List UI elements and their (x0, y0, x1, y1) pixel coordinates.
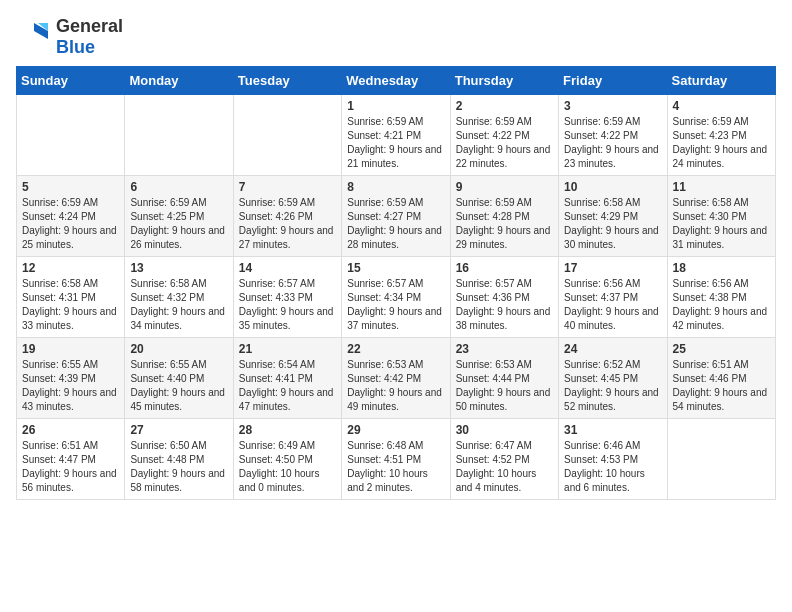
page-header: General Blue (16, 16, 776, 58)
day-number: 12 (22, 261, 119, 275)
logo-general: General (56, 16, 123, 36)
day-info: Sunrise: 6:54 AM Sunset: 4:41 PM Dayligh… (239, 358, 336, 414)
day-cell: 22Sunrise: 6:53 AM Sunset: 4:42 PM Dayli… (342, 338, 450, 419)
day-info: Sunrise: 6:55 AM Sunset: 4:40 PM Dayligh… (130, 358, 227, 414)
day-cell: 19Sunrise: 6:55 AM Sunset: 4:39 PM Dayli… (17, 338, 125, 419)
day-info: Sunrise: 6:59 AM Sunset: 4:27 PM Dayligh… (347, 196, 444, 252)
logo-icon (16, 19, 52, 55)
day-cell: 9Sunrise: 6:59 AM Sunset: 4:28 PM Daylig… (450, 176, 558, 257)
day-number: 16 (456, 261, 553, 275)
day-cell: 10Sunrise: 6:58 AM Sunset: 4:29 PM Dayli… (559, 176, 667, 257)
day-number: 2 (456, 99, 553, 113)
day-number: 3 (564, 99, 661, 113)
day-number: 14 (239, 261, 336, 275)
day-number: 1 (347, 99, 444, 113)
day-number: 28 (239, 423, 336, 437)
day-number: 29 (347, 423, 444, 437)
day-number: 17 (564, 261, 661, 275)
day-info: Sunrise: 6:57 AM Sunset: 4:33 PM Dayligh… (239, 277, 336, 333)
day-info: Sunrise: 6:55 AM Sunset: 4:39 PM Dayligh… (22, 358, 119, 414)
day-info: Sunrise: 6:57 AM Sunset: 4:34 PM Dayligh… (347, 277, 444, 333)
day-number: 11 (673, 180, 770, 194)
day-info: Sunrise: 6:58 AM Sunset: 4:30 PM Dayligh… (673, 196, 770, 252)
weekday-header-saturday: Saturday (667, 67, 775, 95)
day-number: 25 (673, 342, 770, 356)
day-cell: 20Sunrise: 6:55 AM Sunset: 4:40 PM Dayli… (125, 338, 233, 419)
day-number: 26 (22, 423, 119, 437)
day-cell: 27Sunrise: 6:50 AM Sunset: 4:48 PM Dayli… (125, 419, 233, 500)
day-info: Sunrise: 6:59 AM Sunset: 4:24 PM Dayligh… (22, 196, 119, 252)
day-number: 13 (130, 261, 227, 275)
day-cell: 4Sunrise: 6:59 AM Sunset: 4:23 PM Daylig… (667, 95, 775, 176)
day-info: Sunrise: 6:59 AM Sunset: 4:26 PM Dayligh… (239, 196, 336, 252)
day-cell (125, 95, 233, 176)
weekday-header-row: SundayMondayTuesdayWednesdayThursdayFrid… (17, 67, 776, 95)
day-number: 21 (239, 342, 336, 356)
day-cell: 3Sunrise: 6:59 AM Sunset: 4:22 PM Daylig… (559, 95, 667, 176)
week-row-3: 12Sunrise: 6:58 AM Sunset: 4:31 PM Dayli… (17, 257, 776, 338)
day-cell: 8Sunrise: 6:59 AM Sunset: 4:27 PM Daylig… (342, 176, 450, 257)
day-number: 19 (22, 342, 119, 356)
week-row-2: 5Sunrise: 6:59 AM Sunset: 4:24 PM Daylig… (17, 176, 776, 257)
day-cell: 11Sunrise: 6:58 AM Sunset: 4:30 PM Dayli… (667, 176, 775, 257)
calendar-table: SundayMondayTuesdayWednesdayThursdayFrid… (16, 66, 776, 500)
day-info: Sunrise: 6:58 AM Sunset: 4:31 PM Dayligh… (22, 277, 119, 333)
logo: General Blue (16, 16, 123, 58)
day-cell: 12Sunrise: 6:58 AM Sunset: 4:31 PM Dayli… (17, 257, 125, 338)
day-number: 27 (130, 423, 227, 437)
day-number: 18 (673, 261, 770, 275)
day-info: Sunrise: 6:56 AM Sunset: 4:37 PM Dayligh… (564, 277, 661, 333)
day-cell: 14Sunrise: 6:57 AM Sunset: 4:33 PM Dayli… (233, 257, 341, 338)
day-cell: 6Sunrise: 6:59 AM Sunset: 4:25 PM Daylig… (125, 176, 233, 257)
day-info: Sunrise: 6:59 AM Sunset: 4:22 PM Dayligh… (564, 115, 661, 171)
day-info: Sunrise: 6:51 AM Sunset: 4:46 PM Dayligh… (673, 358, 770, 414)
day-cell: 29Sunrise: 6:48 AM Sunset: 4:51 PM Dayli… (342, 419, 450, 500)
weekday-header-sunday: Sunday (17, 67, 125, 95)
day-info: Sunrise: 6:53 AM Sunset: 4:44 PM Dayligh… (456, 358, 553, 414)
day-cell: 30Sunrise: 6:47 AM Sunset: 4:52 PM Dayli… (450, 419, 558, 500)
day-cell: 13Sunrise: 6:58 AM Sunset: 4:32 PM Dayli… (125, 257, 233, 338)
day-cell: 26Sunrise: 6:51 AM Sunset: 4:47 PM Dayli… (17, 419, 125, 500)
day-cell: 5Sunrise: 6:59 AM Sunset: 4:24 PM Daylig… (17, 176, 125, 257)
day-number: 4 (673, 99, 770, 113)
day-number: 15 (347, 261, 444, 275)
day-cell: 24Sunrise: 6:52 AM Sunset: 4:45 PM Dayli… (559, 338, 667, 419)
day-info: Sunrise: 6:49 AM Sunset: 4:50 PM Dayligh… (239, 439, 336, 495)
day-number: 7 (239, 180, 336, 194)
weekday-header-tuesday: Tuesday (233, 67, 341, 95)
day-number: 31 (564, 423, 661, 437)
day-info: Sunrise: 6:59 AM Sunset: 4:22 PM Dayligh… (456, 115, 553, 171)
day-info: Sunrise: 6:59 AM Sunset: 4:25 PM Dayligh… (130, 196, 227, 252)
day-info: Sunrise: 6:56 AM Sunset: 4:38 PM Dayligh… (673, 277, 770, 333)
day-cell: 21Sunrise: 6:54 AM Sunset: 4:41 PM Dayli… (233, 338, 341, 419)
logo-blue: Blue (56, 37, 95, 57)
day-info: Sunrise: 6:48 AM Sunset: 4:51 PM Dayligh… (347, 439, 444, 495)
day-number: 20 (130, 342, 227, 356)
day-cell: 23Sunrise: 6:53 AM Sunset: 4:44 PM Dayli… (450, 338, 558, 419)
day-number: 8 (347, 180, 444, 194)
day-info: Sunrise: 6:58 AM Sunset: 4:29 PM Dayligh… (564, 196, 661, 252)
day-cell: 31Sunrise: 6:46 AM Sunset: 4:53 PM Dayli… (559, 419, 667, 500)
day-info: Sunrise: 6:52 AM Sunset: 4:45 PM Dayligh… (564, 358, 661, 414)
day-cell: 2Sunrise: 6:59 AM Sunset: 4:22 PM Daylig… (450, 95, 558, 176)
day-info: Sunrise: 6:57 AM Sunset: 4:36 PM Dayligh… (456, 277, 553, 333)
day-number: 24 (564, 342, 661, 356)
day-number: 30 (456, 423, 553, 437)
week-row-4: 19Sunrise: 6:55 AM Sunset: 4:39 PM Dayli… (17, 338, 776, 419)
week-row-1: 1Sunrise: 6:59 AM Sunset: 4:21 PM Daylig… (17, 95, 776, 176)
day-number: 5 (22, 180, 119, 194)
day-cell: 18Sunrise: 6:56 AM Sunset: 4:38 PM Dayli… (667, 257, 775, 338)
day-info: Sunrise: 6:59 AM Sunset: 4:21 PM Dayligh… (347, 115, 444, 171)
weekday-header-monday: Monday (125, 67, 233, 95)
day-number: 6 (130, 180, 227, 194)
day-info: Sunrise: 6:46 AM Sunset: 4:53 PM Dayligh… (564, 439, 661, 495)
day-number: 10 (564, 180, 661, 194)
day-info: Sunrise: 6:58 AM Sunset: 4:32 PM Dayligh… (130, 277, 227, 333)
day-info: Sunrise: 6:51 AM Sunset: 4:47 PM Dayligh… (22, 439, 119, 495)
day-cell: 25Sunrise: 6:51 AM Sunset: 4:46 PM Dayli… (667, 338, 775, 419)
day-cell: 28Sunrise: 6:49 AM Sunset: 4:50 PM Dayli… (233, 419, 341, 500)
day-info: Sunrise: 6:59 AM Sunset: 4:28 PM Dayligh… (456, 196, 553, 252)
day-cell (233, 95, 341, 176)
day-cell: 17Sunrise: 6:56 AM Sunset: 4:37 PM Dayli… (559, 257, 667, 338)
weekday-header-friday: Friday (559, 67, 667, 95)
